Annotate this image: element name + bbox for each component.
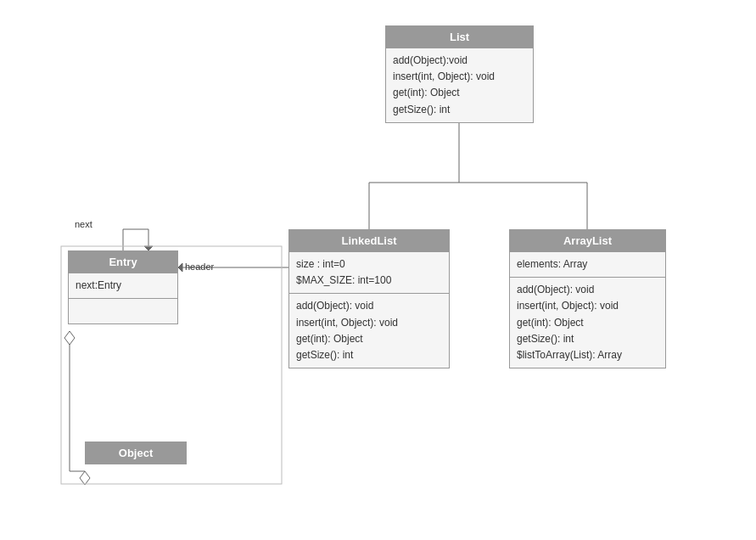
object-header: Object xyxy=(86,442,186,464)
svg-marker-14 xyxy=(80,471,90,485)
next-label: next xyxy=(75,219,92,229)
list-class: List add(Object):void insert(int, Object… xyxy=(385,25,534,123)
arraylist-class: ArrayList elements: Array add(Object): v… xyxy=(509,229,666,368)
linkedlist-class: LinkedList size : int=0 $MAX_SIZE: int=1… xyxy=(288,229,450,368)
list-header: List xyxy=(386,26,533,48)
linkedlist-header: LinkedList xyxy=(289,230,449,251)
entry-class: Entry next:Entry xyxy=(68,250,178,324)
arraylist-header: ArrayList xyxy=(510,230,665,251)
list-methods: add(Object):void insert(int, Object): vo… xyxy=(386,48,533,122)
arraylist-fields: elements: Array xyxy=(510,251,665,277)
header-label: header xyxy=(185,262,214,272)
svg-marker-6 xyxy=(178,263,182,272)
linkedlist-fields: size : int=0 $MAX_SIZE: int=100 xyxy=(289,251,449,293)
svg-marker-13 xyxy=(64,331,75,345)
entry-header: Entry xyxy=(69,251,177,273)
arraylist-methods: add(Object): void insert(int, Object): v… xyxy=(510,277,665,368)
linkedlist-methods: add(Object): void insert(int, Object): v… xyxy=(289,293,449,368)
entry-extra xyxy=(69,298,177,323)
uml-diagram: List add(Object):void insert(int, Object… xyxy=(0,0,756,540)
entry-fields: next:Entry xyxy=(69,273,177,298)
object-class: Object xyxy=(85,442,187,464)
